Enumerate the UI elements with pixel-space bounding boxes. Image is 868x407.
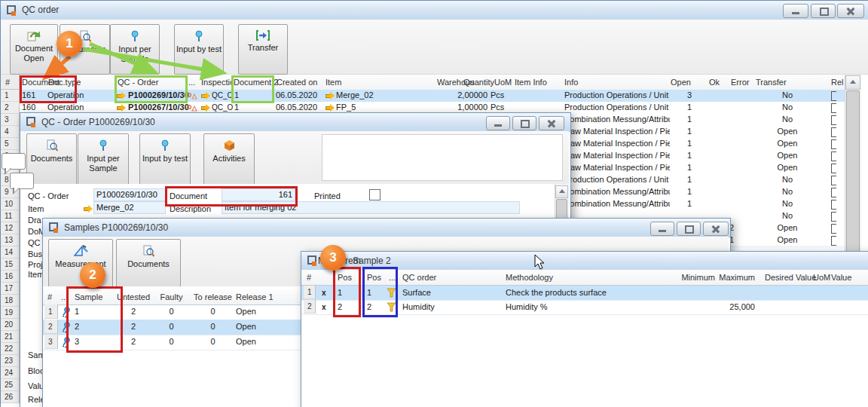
col-sample[interactable]: Sample <box>75 289 102 304</box>
release-checkbox[interactable] <box>831 164 836 173</box>
row-number[interactable]: 24 <box>1 367 20 379</box>
row-number[interactable]: 1 <box>1 90 20 102</box>
release-checkbox[interactable] <box>831 115 836 125</box>
col-document2[interactable]: Document 2 <box>234 75 278 90</box>
row-number[interactable]: 23 <box>1 355 20 367</box>
col-release1[interactable]: Release 1 <box>236 289 274 304</box>
col-dots[interactable]: ... <box>61 289 68 304</box>
col-qc-order[interactable]: QC order <box>402 270 436 285</box>
row-number[interactable]: 14 <box>1 246 20 259</box>
row-number[interactable]: 12 <box>1 222 20 234</box>
row-number[interactable]: 16 <box>1 271 20 283</box>
row-number[interactable]: 20 <box>1 319 20 331</box>
release-checkbox[interactable] <box>831 224 836 234</box>
input-per-sample-button[interactable]: Input per Sample <box>110 24 160 75</box>
minimize-button[interactable] <box>650 222 674 236</box>
col-error[interactable]: Error <box>731 75 749 90</box>
col-release[interactable]: Rel <box>831 75 844 90</box>
minimize-button[interactable] <box>783 4 808 18</box>
table-row[interactable]: 161 Operation P1000269/10/30 QC_OPE 1 06… <box>20 90 845 103</box>
row-number[interactable]: 21 <box>1 331 20 343</box>
row-number[interactable]: 4 <box>1 126 20 138</box>
printed-checkbox[interactable] <box>369 189 381 200</box>
maximize-button[interactable] <box>811 4 836 18</box>
input-per-sample-button[interactable]: Input per Sample <box>78 133 129 185</box>
main-titlebar[interactable]: QC order <box>1 1 868 20</box>
scrollbar-thumb[interactable] <box>846 90 860 252</box>
documents-button[interactable]: Documents <box>26 133 77 185</box>
col-item-info[interactable]: Item Info <box>515 75 547 90</box>
sample-row[interactable]: 2 2 2 0 0 Open <box>43 320 320 335</box>
row-number[interactable]: 19 <box>1 307 20 319</box>
col-desired-value[interactable]: Desired Value <box>765 270 816 285</box>
qc-order-titlebar[interactable]: QC - Order P1000269/10/30 <box>20 113 570 132</box>
maximize-button[interactable] <box>677 222 701 236</box>
minimize-button[interactable] <box>486 116 510 130</box>
col-uom[interactable]: UoM <box>494 75 512 90</box>
col-item[interactable]: Item <box>326 75 341 90</box>
row-number[interactable]: 26 <box>1 391 20 403</box>
row-number[interactable]: 15 <box>1 259 20 271</box>
row-number[interactable]: 3 <box>1 114 20 126</box>
row-number[interactable]: 2 <box>304 300 316 314</box>
col-transfer[interactable]: Transfer <box>756 75 787 90</box>
col-doctype[interactable]: Doc.type <box>48 75 81 90</box>
release-checkbox[interactable] <box>831 212 836 222</box>
cell-delete-x[interactable]: x <box>322 301 326 313</box>
release-checkbox[interactable] <box>831 127 836 137</box>
col-pos1[interactable]: Pos <box>338 270 352 285</box>
col-dots[interactable]: ... <box>389 270 396 285</box>
release-checkbox[interactable] <box>831 188 836 197</box>
document-open-button[interactable]: Document Open <box>10 24 58 75</box>
col-ok[interactable]: Ok <box>709 75 720 90</box>
cell-item[interactable]: FP_5 <box>336 102 356 113</box>
release-checkbox[interactable] <box>831 176 836 185</box>
row-number[interactable]: 11 <box>1 210 20 222</box>
documents-button[interactable]: Documents <box>116 239 181 289</box>
col-untested[interactable]: Untested <box>115 289 152 304</box>
row-number[interactable]: 5 <box>1 138 20 150</box>
row-number[interactable]: 18 <box>1 295 20 307</box>
description-field[interactable]: Item for merging 02 <box>222 201 520 214</box>
col-inspection[interactable]: Inspection p <box>201 75 232 90</box>
close-button[interactable] <box>539 116 564 130</box>
col-qc-order[interactable]: QC - Order <box>118 75 158 90</box>
transfer-button[interactable]: Transfer <box>238 24 288 75</box>
activities-button[interactable]: Activities <box>203 133 255 185</box>
measurement-row[interactable]: 1 x 1 1 Surface Check the products surfa… <box>301 286 868 301</box>
maximize-button[interactable] <box>512 116 536 130</box>
release-checkbox[interactable] <box>831 200 836 210</box>
cell-delete-x[interactable]: x <box>322 287 326 298</box>
col-quantity[interactable]: Quantity <box>463 75 494 90</box>
col-rownum[interactable]: # <box>307 270 311 285</box>
col-dots[interactable]: ... <box>188 75 195 90</box>
row-number[interactable]: 17 <box>1 283 20 295</box>
col-maximum[interactable]: Maximum <box>718 270 755 285</box>
row-number[interactable]: 25 <box>1 379 20 391</box>
release-checkbox[interactable] <box>831 103 836 113</box>
close-button[interactable] <box>703 222 729 236</box>
row-number[interactable]: 10 <box>1 198 20 210</box>
notes-panel[interactable] <box>322 134 563 181</box>
row-number[interactable]: 3 <box>44 335 58 349</box>
row-number[interactable]: 2 <box>44 320 58 334</box>
measurement-titlebar[interactable]: Measurem Sample 2 <box>301 252 868 271</box>
release-checkbox[interactable] <box>831 139 836 149</box>
col-value[interactable]: Value <box>831 270 851 285</box>
samples-titlebar[interactable]: Samples P1000269/10/30 <box>43 219 730 237</box>
scroll-up-button[interactable] <box>845 75 860 90</box>
release-checkbox[interactable] <box>831 236 836 246</box>
row-number[interactable]: 1 <box>44 304 58 319</box>
document-field[interactable]: 161 <box>222 188 295 201</box>
measurement-row[interactable]: 2 x 2 2 Humidity Humidity % 25,000 <box>301 300 868 315</box>
input-by-test-button[interactable]: Input by test <box>174 24 224 75</box>
col-rownum[interactable]: # <box>47 289 52 304</box>
row-number[interactable]: 1 <box>304 286 316 299</box>
col-open[interactable]: Open <box>671 75 691 90</box>
scroll-up-button[interactable] <box>555 185 568 198</box>
col-created-on[interactable]: Created on <box>277 75 317 90</box>
qc-order-field[interactable]: P1000269/10/30 <box>93 188 166 201</box>
release-checkbox[interactable] <box>831 151 836 161</box>
cell-qc-order[interactable]: P1000269/10/30 <box>128 90 189 101</box>
cell-qc-order[interactable]: P1000267/10/30 <box>128 102 189 113</box>
